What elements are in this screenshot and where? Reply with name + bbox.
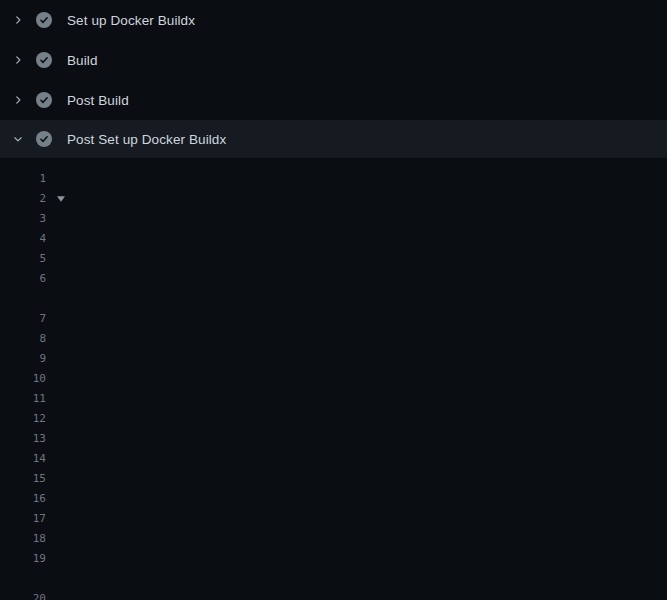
log-line: 14 time="2021-04-23T18:02:38Z" level=deb… xyxy=(0,449,667,469)
step-header-post-build[interactable]: Post Build xyxy=(0,80,667,120)
line-number[interactable]: 3 xyxy=(0,209,46,229)
line-number[interactable]: 8 xyxy=(0,329,46,349)
log-line: 12 time="2021-04-23T18:02:38Z" level=deb… xyxy=(0,409,667,429)
log-line: 18 time="2021-04-23T18:02:38Z" level=deb… xyxy=(0,529,667,549)
log-line: 16 time="2021-04-23T18:02:38Z" level=deb… xyxy=(0,489,667,509)
log-line: 17 time="2021-04-23T18:02:38Z" level=deb… xyxy=(0,509,667,529)
line-number[interactable]: 18 xyxy=(0,529,46,549)
log-line: 6 time="2021-04-23T18:02:37Z" level=info… xyxy=(0,269,667,289)
chevron-right-icon xyxy=(13,14,23,26)
log-line: 11 time="2021-04-23T18:02:38Z" level=deb… xyxy=(0,389,667,409)
log-line: linux/riscv64 linux/ppc64le linux/s390x … xyxy=(0,289,667,309)
line-number[interactable]: 5 xyxy=(0,249,46,269)
step-header-set-up-docker-buildx[interactable]: Set up Docker Buildx xyxy=(0,0,667,40)
log-line: application/vnd.oci.image.index.v1+json,… xyxy=(0,569,667,589)
log-line: 4 time="2021-04-23T18:02:37Z" level=info… xyxy=(0,229,667,249)
line-number[interactable]: 20 xyxy=(0,589,46,600)
line-number[interactable]: 13 xyxy=(0,429,46,449)
chevron-right-icon xyxy=(13,94,23,106)
log-line: 2 BuildKit container logs xyxy=(0,189,667,209)
success-check-icon xyxy=(36,92,52,108)
line-number[interactable]: 9 xyxy=(0,349,46,369)
line-number[interactable]: 11 xyxy=(0,389,46,409)
line-number[interactable]: 10 xyxy=(0,369,46,389)
line-number[interactable]: 2 xyxy=(0,189,46,209)
line-number[interactable]: 17 xyxy=(0,509,46,529)
line-number[interactable]: 16 xyxy=(0,489,46,509)
line-number[interactable]: 7 xyxy=(0,309,46,329)
step-title: Post Set up Docker Buildx xyxy=(67,132,226,147)
line-number[interactable]: 6 xyxy=(0,269,46,289)
step-title: Set up Docker Buildx xyxy=(67,13,195,28)
line-number[interactable]: 19 xyxy=(0,549,46,569)
log-line: 13 time="2021-04-23T18:02:38Z" level=deb… xyxy=(0,429,667,449)
step-header-build[interactable]: Build xyxy=(0,40,667,80)
log-line: 9 time="2021-04-23T18:02:37Z" level=warn… xyxy=(0,349,667,369)
log-line: 7 time="2021-04-23T18:02:37Z" level=warn… xyxy=(0,309,667,329)
log-line: 10 time="2021-04-23T18:02:37Z" level=inf… xyxy=(0,369,667,389)
log-line: 3 /usr/bin/docker logs buildx_buildkit_b… xyxy=(0,209,667,229)
success-check-icon xyxy=(36,131,52,147)
log-line: 20 time="2021-04-23T18:02:38Z" level=deb… xyxy=(0,589,667,600)
line-number[interactable]: 14 xyxy=(0,449,46,469)
log-line: 15 time="2021-04-23T18:02:38Z" level=deb… xyxy=(0,469,667,489)
success-check-icon xyxy=(36,12,52,28)
log-line: 19 time="2021-04-23T18:02:38Z" level=deb… xyxy=(0,549,667,569)
step-title: Build xyxy=(67,53,98,68)
chevron-right-icon xyxy=(13,54,23,66)
log-line: 8 time="2021-04-23T18:02:37Z" level=info… xyxy=(0,329,667,349)
line-number[interactable]: 12 xyxy=(0,409,46,429)
step-title: Post Build xyxy=(67,93,129,108)
line-number[interactable]: 4 xyxy=(0,229,46,249)
log-line: 5 time="2021-04-23T18:02:37Z" level=warn… xyxy=(0,249,667,269)
line-number[interactable]: 1 xyxy=(0,169,46,189)
success-check-icon xyxy=(36,52,52,68)
chevron-down-icon xyxy=(13,133,23,145)
group-collapse-triangle-icon[interactable] xyxy=(57,195,65,203)
line-number[interactable]: 15 xyxy=(0,469,46,489)
actions-log-viewer: Set up Docker Buildx Build Post Build Po… xyxy=(0,0,667,600)
log-output: 1 Post job cleanup. 2 BuildKit container… xyxy=(0,158,667,600)
log-line: 1 Post job cleanup. xyxy=(0,169,667,189)
step-header-post-set-up-docker-buildx[interactable]: Post Set up Docker Buildx xyxy=(0,120,667,158)
